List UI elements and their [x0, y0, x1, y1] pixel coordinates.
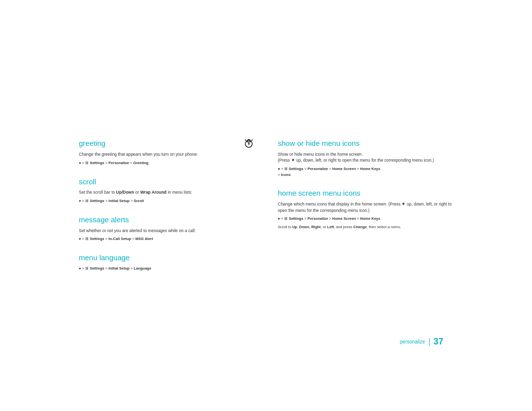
page: greeting Change t — [0, 0, 532, 411]
bullet-icon: ● — [79, 266, 81, 271]
section-scroll-title: scroll — [79, 177, 254, 187]
section-greeting: greeting Change t — [79, 138, 254, 166]
footer-page: 37 — [433, 337, 443, 347]
section-message-alerts: message alerts Set whether or not you ar… — [79, 215, 254, 242]
section-show-hide-icons: show or hide menu icons Show or hide men… — [278, 138, 453, 177]
section-menu-language-title: menu language — [79, 253, 254, 263]
greeting-icon — [243, 137, 254, 151]
section-greeting-title: greeting — [79, 138, 105, 148]
section-message-alerts-path: ● > ⊞ Settings > In-Call Setup > MSG Ale… — [79, 236, 254, 242]
section-greeting-body: Change the greeting that appears when yo… — [79, 151, 254, 158]
section-home-screen-body: Change which menu icons that display in … — [278, 201, 453, 214]
section-show-hide-body: Show or hide menu icons in the home scre… — [278, 151, 453, 164]
bullet-icon: ● — [79, 161, 81, 165]
section-menu-language-path: ● > ⊞ Settings > Initial Setup > Languag… — [79, 266, 254, 272]
section-message-alerts-title: message alerts — [79, 215, 254, 225]
content-area: greeting Change t — [79, 129, 453, 282]
section-show-hide-title: show or hide menu icons — [278, 138, 453, 148]
section-show-hide-path: ● > ⊞ Settings > Personalize > Home Scre… — [278, 166, 453, 177]
section-greeting-path: ● > ⊞ Settings > Personalize > Greeting — [79, 160, 254, 166]
section-scroll: scroll Set the scroll bar to Up/Down or … — [79, 177, 254, 204]
footer-separator — [429, 338, 430, 346]
section-scroll-path: ● > ⊞ Settings > Initial Setup > Scroll — [79, 198, 254, 204]
section-home-screen-title: home screen menu icons — [278, 188, 453, 198]
section-message-alerts-body: Set whether or not you are alerted to me… — [79, 228, 254, 234]
section-home-screen-path1: ● > ⊞ Settings > Personalize > Home Scre… — [278, 216, 453, 222]
section-menu-language: menu language ● > ⊞ Settings > Initial S… — [79, 253, 254, 272]
bullet-icon: ● — [278, 167, 280, 171]
section-home-screen-icons: home screen menu icons Change which menu… — [278, 188, 453, 230]
right-column: show or hide menu icons Show or hide men… — [278, 138, 453, 282]
footer: personalize 37 — [400, 337, 443, 347]
bullet-icon: ● — [278, 216, 280, 221]
left-column: greeting Change t — [79, 138, 254, 282]
section-scroll-body: Set the scroll bar to Up/Down or Wrap Ar… — [79, 189, 254, 196]
section-home-screen-path2: Scroll to Up, Down, Right, or Left, and … — [278, 224, 453, 230]
footer-label: personalize — [400, 339, 425, 344]
bullet-icon: ● — [79, 199, 81, 203]
bullet-icon: ● — [79, 237, 81, 241]
